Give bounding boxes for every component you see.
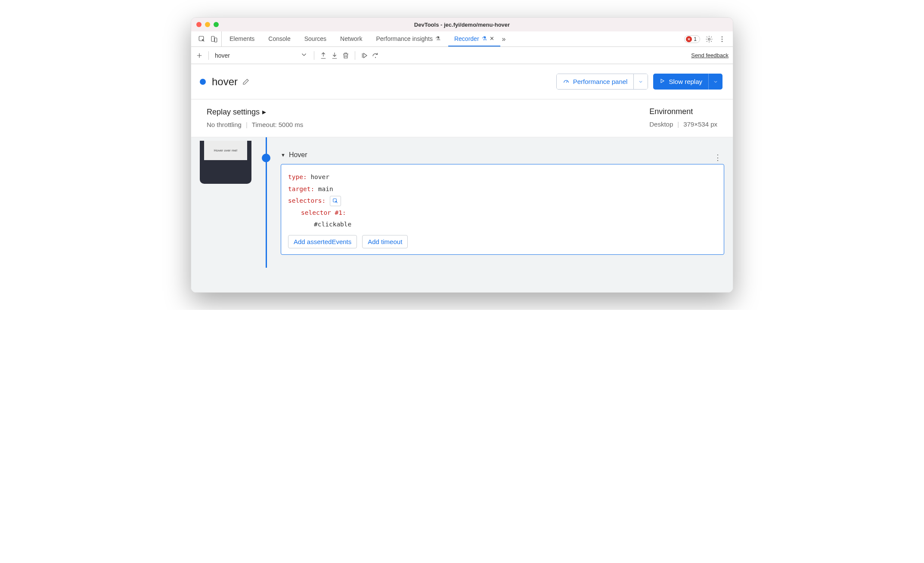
kebab-menu-icon[interactable] bbox=[718, 35, 726, 43]
step-title: Hover bbox=[289, 151, 307, 159]
performance-panel-button[interactable]: Performance panel bbox=[556, 74, 648, 90]
tab-label: Recorder bbox=[454, 35, 479, 42]
new-recording-icon[interactable] bbox=[195, 52, 203, 59]
button-label: Performance panel bbox=[573, 78, 628, 85]
experiment-flask-icon: ⚗ bbox=[482, 35, 487, 42]
play-icon bbox=[659, 78, 665, 85]
devtools-window: DevTools - jec.fyi/demo/menu-hover Eleme… bbox=[191, 17, 733, 293]
value: #clickable bbox=[314, 221, 351, 228]
settings-gear-icon[interactable] bbox=[705, 35, 713, 43]
minimize-window-button[interactable] bbox=[205, 22, 210, 27]
tab-console[interactable]: Console bbox=[262, 31, 296, 46]
value: hover bbox=[310, 173, 329, 180]
key: selectors bbox=[288, 197, 322, 204]
chevron-right-icon: ▸ bbox=[262, 107, 266, 117]
inspect-element-icon[interactable] bbox=[198, 35, 206, 43]
performance-panel-dropdown[interactable] bbox=[633, 74, 648, 89]
tab-recorder[interactable]: Recorder ⚗ ✕ bbox=[448, 31, 500, 46]
value: main bbox=[318, 186, 333, 192]
import-icon[interactable] bbox=[331, 52, 338, 59]
experiment-flask-icon: ⚗ bbox=[435, 35, 440, 42]
separator: | bbox=[246, 121, 248, 128]
tab-label: Network bbox=[340, 35, 362, 42]
collapse-triangle-icon: ▼ bbox=[281, 152, 285, 158]
tab-sources[interactable]: Sources bbox=[298, 31, 332, 46]
step-play-icon[interactable] bbox=[360, 52, 368, 59]
environment-meta: Desktop | 379×534 px bbox=[649, 121, 717, 128]
step-preview-thumbnail[interactable]: Hover over me! bbox=[200, 141, 251, 184]
recording-title: hover bbox=[212, 76, 238, 88]
separator bbox=[208, 51, 209, 60]
tab-label: Console bbox=[268, 35, 290, 42]
window-title: DevTools - jec.fyi/demo/menu-hover bbox=[191, 22, 733, 28]
tab-elements[interactable]: Elements bbox=[223, 31, 260, 46]
element-picker-icon[interactable] bbox=[330, 196, 341, 206]
svg-rect-2 bbox=[215, 38, 217, 42]
recording-selector[interactable]: hover bbox=[214, 50, 309, 61]
selector-value-row[interactable]: #clickable bbox=[288, 219, 717, 231]
timeline-rail bbox=[262, 137, 270, 255]
timeline: Hover over me! ▼ Hover ⋮ type: hover bbox=[191, 137, 733, 292]
device-value: Desktop bbox=[649, 121, 673, 128]
selector-label-row[interactable]: selector #1: bbox=[288, 207, 717, 219]
svg-point-4 bbox=[722, 36, 722, 37]
titlebar: DevTools - jec.fyi/demo/menu-hover bbox=[191, 18, 733, 31]
panel-tabs: Elements Console Sources Network Perform… bbox=[191, 31, 733, 47]
replay-settings-toggle[interactable]: Replay settings ▸ bbox=[207, 107, 303, 117]
step-over-icon[interactable] bbox=[372, 52, 379, 59]
recorder-toolbar: hover Send feedback bbox=[191, 47, 733, 64]
device-toolbar-icon[interactable] bbox=[210, 35, 218, 43]
tab-label: Elements bbox=[229, 35, 254, 42]
tab-label: Performance insights bbox=[376, 35, 433, 42]
tab-performance-insights[interactable]: Performance insights ⚗ bbox=[370, 31, 446, 46]
edit-title-icon[interactable] bbox=[242, 78, 250, 86]
close-window-button[interactable] bbox=[196, 22, 202, 27]
traffic-lights bbox=[196, 22, 219, 27]
add-timeout-button[interactable]: Add timeout bbox=[362, 235, 408, 248]
export-icon[interactable] bbox=[319, 52, 327, 59]
separator: | bbox=[677, 121, 679, 128]
step-type-row[interactable]: type: hover bbox=[288, 171, 717, 183]
step-marker[interactable] bbox=[262, 154, 270, 162]
recording-header: hover Performance panel bbox=[191, 64, 733, 99]
separator bbox=[355, 51, 355, 60]
step-target-row[interactable]: target: main bbox=[288, 183, 717, 195]
delete-icon[interactable] bbox=[342, 52, 350, 59]
replay-settings-bar: Replay settings ▸ No throttling | Timeou… bbox=[191, 99, 733, 137]
add-asserted-events-button[interactable]: Add assertedEvents bbox=[288, 235, 357, 248]
recording-selector-value: hover bbox=[215, 52, 230, 59]
svg-point-7 bbox=[375, 57, 376, 58]
error-count-badge[interactable]: 1 bbox=[684, 35, 700, 43]
key: selector #1 bbox=[301, 209, 342, 216]
close-tab-icon[interactable]: ✕ bbox=[490, 35, 494, 42]
timeout-value: Timeout: 5000 ms bbox=[252, 121, 304, 128]
step-header[interactable]: ▼ Hover bbox=[281, 151, 724, 164]
svg-rect-1 bbox=[211, 36, 214, 41]
environment-title: Environment bbox=[649, 107, 693, 116]
slow-replay-button[interactable]: Slow replay bbox=[653, 74, 722, 90]
svg-point-6 bbox=[722, 41, 722, 42]
throttling-value: No throttling bbox=[207, 121, 242, 128]
step-kebab-menu-icon[interactable]: ⋮ bbox=[714, 153, 722, 162]
gauge-icon bbox=[563, 77, 570, 86]
maximize-window-button[interactable] bbox=[214, 22, 219, 27]
step-details-card: type: hover target: main selectors: sele… bbox=[281, 164, 724, 255]
error-icon bbox=[686, 36, 692, 42]
key: target bbox=[288, 186, 310, 192]
settings-title-label: Replay settings bbox=[207, 108, 260, 117]
more-tabs-icon[interactable]: » bbox=[502, 35, 506, 43]
separator bbox=[314, 51, 314, 60]
button-label: Slow replay bbox=[669, 78, 702, 85]
preview-content: Hover over me! bbox=[204, 141, 247, 160]
step-selectors-row: selectors: bbox=[288, 195, 717, 207]
replay-speed-dropdown[interactable] bbox=[708, 74, 722, 90]
replay-settings-meta: No throttling | Timeout: 5000 ms bbox=[207, 121, 303, 128]
chevron-down-icon bbox=[300, 51, 308, 60]
tab-network[interactable]: Network bbox=[334, 31, 368, 46]
recording-status-dot bbox=[200, 79, 206, 85]
key: type bbox=[288, 173, 303, 180]
tab-label: Sources bbox=[304, 35, 326, 42]
svg-point-3 bbox=[708, 38, 710, 40]
send-feedback-link[interactable]: Send feedback bbox=[691, 52, 729, 59]
error-count: 1 bbox=[694, 36, 697, 42]
